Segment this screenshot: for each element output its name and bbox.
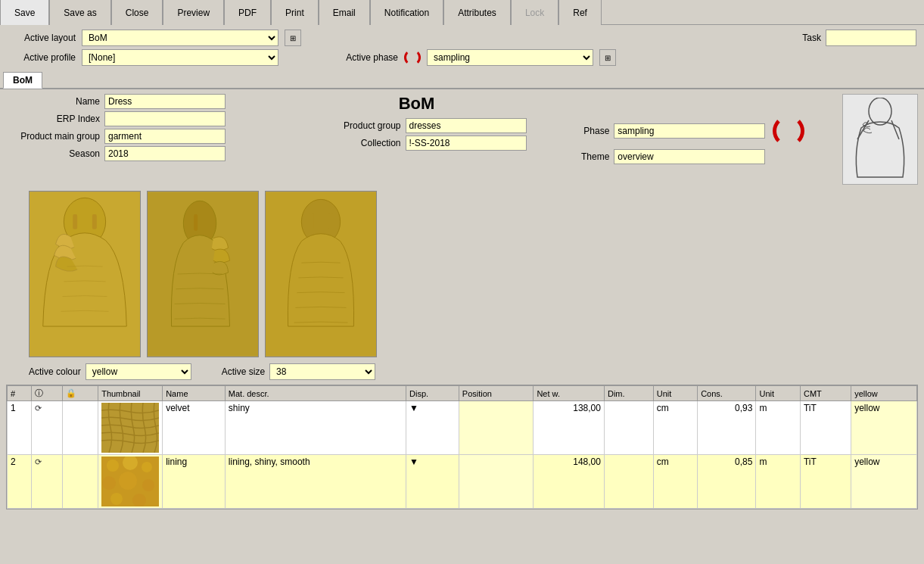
cell-net-w-2: 148,00 (534, 455, 605, 509)
col-yellow: yellow (851, 386, 917, 401)
cell-disp-1: ▼ (406, 401, 459, 455)
fabric1-svg (101, 403, 159, 453)
active-size-group: Active size 38 (222, 363, 375, 380)
season-label: Season (6, 148, 104, 159)
form-area: Active layout BoM ⊞ Task Active profile … (0, 25, 924, 70)
cell-mat-descr-2: lining, shiny, smooth (225, 455, 406, 509)
phase-value: sampling (614, 123, 765, 139)
active-profile-select[interactable]: [None] (82, 49, 278, 66)
thumbnail-img-2 (101, 456, 159, 506)
cell-cons-2: 0,85 (698, 455, 756, 509)
print-button[interactable]: Print (271, 0, 319, 25)
sketch-image (842, 94, 918, 185)
erp-row: ERP Index (6, 111, 280, 126)
svg-point-21 (119, 472, 137, 490)
save-as-button[interactable]: Save as (49, 0, 110, 25)
svg-point-22 (142, 479, 154, 491)
phase-label: Phase (568, 126, 614, 136)
active-size-select[interactable]: 38 (269, 363, 375, 380)
table-row: 1 ⟳ (8, 401, 917, 455)
dress-images-row (6, 191, 918, 357)
cell-position-2 (459, 455, 534, 509)
svg-point-19 (142, 462, 152, 472)
bom-center: BoM Product group dresses Collection !-S… (280, 94, 554, 185)
name-label: Name (6, 96, 104, 107)
cell-unit2-1: m (756, 401, 800, 455)
active-phase-group: Active phase sampling ⊞ (330, 49, 616, 66)
svg-point-20 (102, 476, 116, 490)
bom-header: Name Dress ERP Index Product main group … (6, 94, 918, 185)
notification-button[interactable]: Notification (370, 0, 443, 25)
active-profile-label: Active profile (8, 52, 76, 63)
cell-name-1: velvet (163, 401, 226, 455)
col-position: Position (459, 386, 534, 401)
active-colour-group: Active colour yellow (29, 363, 191, 380)
phase-theme-area: Phase sampling Theme overview (553, 94, 842, 185)
col-lock: 🔒 (63, 386, 98, 401)
lock-button[interactable]: Lock (511, 0, 558, 25)
email-button[interactable]: Email (319, 0, 370, 25)
active-colour-label: Active colour (29, 366, 81, 377)
svg-line-2 (891, 120, 899, 139)
col-dim: Dim. (604, 386, 653, 401)
save-button[interactable]: Save (0, 0, 49, 25)
dress-image-front (29, 191, 141, 357)
table-header-row: # ⓘ 🔒 Thumbnail Name Mat. descr. Disp. P… (8, 386, 917, 401)
dress-front-svg (30, 191, 140, 357)
svg-rect-5 (73, 214, 77, 229)
sketch-svg (846, 98, 914, 181)
active-colour-select[interactable]: yellow (86, 363, 191, 380)
svg-point-0 (869, 98, 891, 125)
svg-point-23 (110, 493, 123, 505)
fabric2-svg (101, 456, 159, 506)
cell-cmt-1: TiT (800, 401, 851, 455)
cell-unit-1: cm (653, 401, 697, 455)
active-layout-label: Active layout (8, 33, 76, 43)
cell-cons-1: 0,93 (698, 401, 756, 455)
theme-value: overview (614, 149, 765, 164)
tab-bom[interactable]: BoM (3, 72, 42, 89)
task-label: Task (802, 33, 821, 43)
cell-lock-2 (63, 455, 98, 509)
col-thumbnail: Thumbnail (98, 386, 163, 401)
cell-colour-2: yellow (851, 455, 917, 509)
cell-num-1: 1 (8, 401, 32, 455)
theme-row: Theme overview (568, 149, 765, 164)
preview-button[interactable]: Preview (163, 0, 224, 25)
cell-name-2: lining (163, 455, 226, 509)
product-group-row: Product group dresses (307, 118, 527, 133)
cell-info-2: ⟳ (32, 455, 63, 509)
cell-disp-2: ▼ (406, 455, 459, 509)
cell-unit-2: cm (653, 455, 697, 509)
bom-title: BoM (399, 94, 435, 114)
cell-thumbnail-1 (98, 401, 163, 455)
collection-value: !-SS-2018 (406, 136, 527, 151)
layout-grid-icon[interactable]: ⊞ (285, 30, 301, 46)
colour-size-row: Active colour yellow Active size 38 (29, 363, 918, 380)
active-layout-select[interactable]: BoM (82, 30, 278, 46)
active-phase-select[interactable]: sampling (427, 49, 593, 66)
svg-rect-9 (194, 214, 198, 231)
name-value: Dress (104, 94, 226, 109)
cell-position-1 (459, 401, 534, 455)
erp-label: ERP Index (6, 114, 104, 124)
pdf-button[interactable]: PDF (224, 0, 271, 25)
close-button[interactable]: Close (111, 0, 163, 25)
cell-unit2-2: m (756, 455, 800, 509)
cell-info-1: ⟳ (32, 401, 63, 455)
ref-button[interactable]: Ref (558, 0, 602, 25)
cell-net-w-1: 138,00 (534, 401, 605, 455)
toolbar: Save Save as Close Preview PDF Print Ema… (0, 0, 924, 25)
phase-spinner-icon (404, 49, 421, 66)
task-area: Task (802, 30, 916, 46)
task-input[interactable] (826, 30, 916, 46)
name-row: Name Dress (6, 94, 280, 109)
cell-cmt-2: TiT (800, 455, 851, 509)
product-main-group-value: garment (104, 129, 226, 144)
attributes-button[interactable]: Attributes (443, 0, 511, 25)
active-phase-label: Active phase (330, 52, 398, 63)
phase-grid-icon[interactable]: ⊞ (599, 49, 616, 66)
phase-row: Phase sampling (568, 115, 804, 147)
main-content: Name Dress ERP Index Product main group … (0, 89, 924, 514)
product-main-group-label: Product main group (6, 131, 104, 142)
